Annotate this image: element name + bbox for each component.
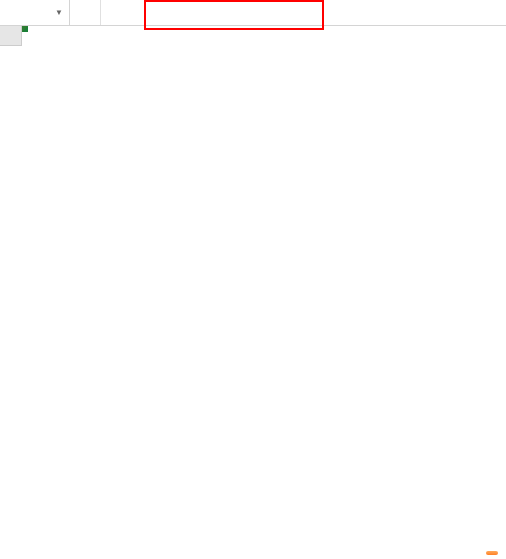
formula-input-wrap	[146, 6, 506, 20]
watermark	[486, 551, 502, 555]
spreadsheet-grid	[0, 26, 506, 46]
error-indicator-icon[interactable]	[22, 26, 28, 32]
formula-input[interactable]	[152, 6, 500, 20]
formula-buttons	[100, 0, 146, 25]
chevron-down-icon[interactable]: ▼	[55, 8, 63, 17]
select-all-corner[interactable]	[0, 26, 22, 46]
name-box[interactable]: ▼	[0, 0, 70, 25]
watermark-badge	[486, 551, 498, 555]
formula-bar: ▼	[0, 0, 506, 26]
